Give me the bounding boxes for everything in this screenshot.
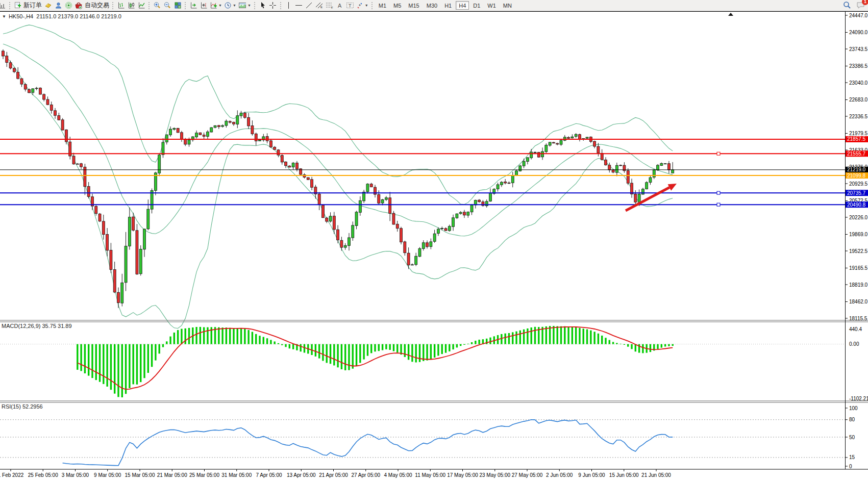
svg-text:80: 80 <box>849 417 855 422</box>
svg-text:27 Apr 05:00: 27 Apr 05:00 <box>351 472 380 478</box>
timeframe-button-d1[interactable]: D1 <box>470 1 483 10</box>
fibonacci-button[interactable]: F <box>325 1 335 10</box>
timeframe-button-mn[interactable]: MN <box>500 1 515 10</box>
svg-text:21979.5: 21979.5 <box>849 131 868 136</box>
svg-text:17 May 05:00: 17 May 05:00 <box>447 472 478 478</box>
new-order-icon <box>14 2 21 9</box>
tile-windows-button[interactable] <box>172 1 183 10</box>
dropdown-caret-icon: ▼ <box>218 4 222 7</box>
chart-title: ▼HK50-,H4 21151.0 21379.0 21146.0 21219.… <box>2 13 121 19</box>
svg-text:27 May 05:00: 27 May 05:00 <box>512 472 543 478</box>
notifications-button[interactable]: 1 <box>855 1 866 10</box>
auto-scroll-button[interactable] <box>188 1 199 10</box>
line-handle[interactable] <box>717 152 720 155</box>
toolbar: 新订单 自动交易 ▼ ▼ <box>0 0 868 11</box>
chart-line-button[interactable] <box>136 1 146 10</box>
chart-icon <box>0 2 6 9</box>
timeframe-button-m15[interactable]: M15 <box>405 1 422 10</box>
svg-text:23040.0: 23040.0 <box>849 80 868 86</box>
chart-window[interactable]: 24447.024090.023743.523386.523040.022683… <box>0 11 868 482</box>
chart-shift-button[interactable] <box>199 1 209 10</box>
macd-indicator-label: MACD(12,26,9) 35.75 31.89 <box>2 323 72 329</box>
toolbar-right-group: 1 <box>842 1 866 10</box>
vertical-line-button[interactable] <box>284 1 294 10</box>
price-axis-labels: 24447.024090.023743.523386.523040.022683… <box>846 13 868 469</box>
timeframe-button-m5[interactable]: M5 <box>390 1 404 10</box>
autotrading-button[interactable]: 自动交易 <box>73 1 110 10</box>
signals-button[interactable] <box>63 1 73 10</box>
timeframe-button-h4[interactable]: H4 <box>456 1 469 10</box>
time-axis-labels: 1 Feb 202225 Feb 05:003 Mar 05:009 Mar 0… <box>0 469 671 478</box>
svg-text:2 Jun 05:00: 2 Jun 05:00 <box>546 472 573 478</box>
zoom-out-button[interactable] <box>162 1 172 10</box>
svg-text:22336.5: 22336.5 <box>849 114 868 119</box>
toolbar-grip <box>112 2 114 9</box>
line-handle[interactable] <box>717 203 720 206</box>
svg-text:31 Mar 05:00: 31 Mar 05:00 <box>221 472 252 478</box>
svg-text:21219.0: 21219.0 <box>847 167 866 172</box>
svg-text:20490.8: 20490.8 <box>847 202 866 208</box>
metaeditor-button[interactable] <box>43 1 53 10</box>
cursor-icon <box>259 2 266 9</box>
tile-windows-icon <box>174 2 182 9</box>
bollinger-lower-band <box>3 54 673 328</box>
line-chart-icon <box>138 2 145 9</box>
search-icon <box>843 1 851 9</box>
chart-shift-icon <box>200 2 208 9</box>
chart-bars-button[interactable] <box>116 1 126 10</box>
zoom-in-icon <box>153 2 161 9</box>
candlestick-icon <box>128 2 135 9</box>
svg-text:21 Apr 05:00: 21 Apr 05:00 <box>319 472 348 478</box>
periods-button[interactable]: ▼ <box>223 1 237 10</box>
svg-text:19522.5: 19522.5 <box>849 248 868 254</box>
dropdown-caret-icon: ▼ <box>233 4 236 7</box>
svg-text:9 Jun 05:00: 9 Jun 05:00 <box>578 472 605 478</box>
indicators-button[interactable]: ▼ <box>209 1 223 10</box>
vertical-line-icon <box>285 2 292 9</box>
text-label-button[interactable]: T <box>345 1 355 10</box>
chart-candles-button[interactable] <box>126 1 136 10</box>
svg-text:4 May 05:00: 4 May 05:00 <box>384 472 412 478</box>
timeframe-button-m1[interactable]: M1 <box>376 1 389 10</box>
cursor-button[interactable] <box>258 1 268 10</box>
svg-text:50: 50 <box>849 435 855 440</box>
community-button[interactable] <box>53 1 63 10</box>
svg-text:15 Mar 05:00: 15 Mar 05:00 <box>125 472 155 478</box>
chart-shift-marker[interactable] <box>728 13 733 16</box>
svg-text:1 Feb 2022: 1 Feb 2022 <box>0 472 24 478</box>
dropdown-caret-icon: ▼ <box>365 4 368 7</box>
search-button[interactable] <box>842 1 852 10</box>
line-handle[interactable] <box>717 191 720 194</box>
chart-canvas[interactable]: 24447.024090.023743.523386.523040.022683… <box>0 11 868 482</box>
timeframe-button-h1[interactable]: H1 <box>441 1 455 10</box>
svg-text:13 Apr 05:00: 13 Apr 05:00 <box>287 472 316 478</box>
toolbar-grip <box>148 2 151 9</box>
clock-icon <box>224 2 232 9</box>
timeframe-button-w1[interactable]: W1 <box>484 1 499 10</box>
text-button[interactable]: A <box>335 1 345 10</box>
symbol-dropdown-icon[interactable]: ▼ <box>2 14 6 19</box>
svg-text:0: 0 <box>849 464 852 469</box>
chart-window-icon[interactable] <box>0 1 7 10</box>
new-order-button[interactable]: 新订单 <box>13 1 43 10</box>
svg-text:3 Mar 05:00: 3 Mar 05:00 <box>62 472 89 478</box>
svg-text:E: E <box>320 6 323 9</box>
svg-text:100: 100 <box>849 405 858 411</box>
signal-icon <box>65 2 72 9</box>
timeframe-button-m30[interactable]: M30 <box>424 1 440 10</box>
svg-text:0.00: 0.00 <box>849 341 859 347</box>
metaeditor-icon <box>44 2 52 9</box>
svg-text:23743.5: 23743.5 <box>849 46 868 52</box>
trendline-button[interactable] <box>304 1 314 10</box>
horizontal-line-button[interactable] <box>294 1 304 10</box>
toolbar-grip <box>9 2 11 9</box>
zoom-in-button[interactable] <box>152 1 162 10</box>
channel-icon: E <box>315 2 324 9</box>
svg-text:A: A <box>338 3 342 9</box>
arrows-button[interactable]: ▼ <box>355 1 369 10</box>
templates-button[interactable]: ▼ <box>237 1 252 10</box>
crosshair-button[interactable] <box>268 1 278 10</box>
svg-text:9 Mar 05:00: 9 Mar 05:00 <box>94 472 121 478</box>
channel-button[interactable]: E <box>314 1 325 10</box>
indicators-icon <box>210 2 217 9</box>
